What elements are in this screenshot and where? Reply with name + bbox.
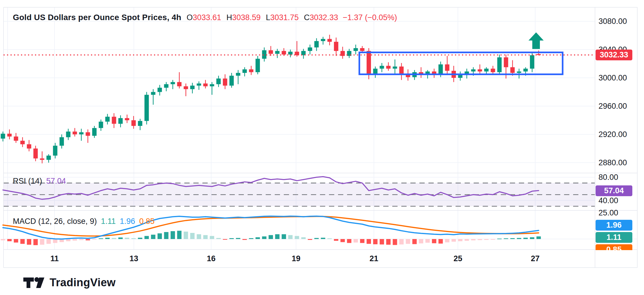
change-value: −1.37 (−0.05%)	[343, 13, 397, 22]
rsi-tick: 80.00	[598, 173, 636, 182]
ohlc-close: C3032.33	[304, 13, 338, 22]
tradingview-logo-icon	[23, 277, 46, 289]
time-tick: 19	[287, 254, 305, 263]
time-tick: 11	[45, 254, 64, 263]
ohlc-high: H3038.59	[226, 13, 260, 22]
rsi-value: 57.04	[46, 177, 66, 186]
price-tick: 2880.00	[598, 158, 636, 167]
tradingview-chart: Gold US Dollars per Ounce Spot Prices, 4…	[0, 0, 644, 295]
macd-line-value: 1.96	[120, 217, 135, 226]
rsi-value-chip: 57.04	[596, 185, 632, 196]
rsi-tick: 40.00	[598, 196, 636, 205]
time-tick: 27	[526, 254, 545, 263]
macd-signal-value: 0.85	[139, 217, 155, 226]
pane-borders	[4, 7, 637, 268]
time-tick: 13	[125, 254, 143, 263]
price-tick: 2920.00	[598, 130, 636, 139]
time-tick: 16	[202, 254, 220, 263]
macd-legend: MACD (12, 26, close, 9) 1.11 1.96 0.85	[13, 217, 155, 226]
tradingview-logo[interactable]: TradingView	[23, 276, 116, 289]
symbol-title: Gold US Dollars per Ounce Spot Prices, 4…	[13, 13, 181, 22]
macd-hist-value: 1.11	[101, 217, 116, 226]
macd-hist-chip: 1.11	[596, 232, 632, 243]
last-price-chip: 3032.33	[596, 50, 632, 60]
price-tick: 2960.00	[598, 101, 636, 111]
price-tick: 3000.00	[598, 73, 636, 82]
ohlc-low: L3031.75	[266, 13, 299, 22]
price-tick: 3080.00	[598, 17, 636, 26]
rsi-band	[4, 183, 595, 206]
ohlc-open: O3033.61	[187, 13, 221, 22]
rsi-legend: RSI (14) 57.04	[13, 177, 66, 186]
rsi-tick: 25.00	[598, 208, 636, 217]
tradingview-logo-text: TradingView	[50, 276, 116, 289]
time-tick: 25	[449, 254, 467, 263]
candles	[1, 35, 541, 163]
symbol-legend: Gold US Dollars per Ounce Spot Prices, 4…	[13, 13, 397, 22]
macd-signal-chip-clipped: 0.85	[596, 244, 632, 250]
macd-title: MACD (12, 26, close, 9)	[13, 217, 97, 226]
up-arrow-drawing[interactable]	[528, 32, 544, 49]
rsi-title: RSI (14)	[13, 177, 42, 186]
time-tick: 21	[365, 254, 383, 263]
macd-signal-chip: 0.85	[596, 244, 632, 250]
gridlines	[4, 7, 637, 250]
macd-line-chip: 1.96	[596, 220, 632, 231]
